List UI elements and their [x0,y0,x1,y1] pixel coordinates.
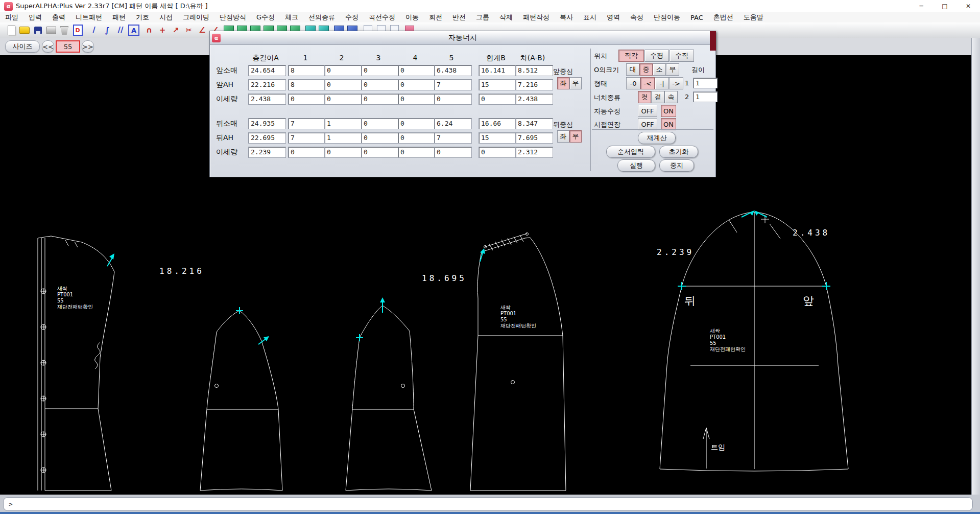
pattern-doc-icon[interactable]: D [71,24,84,36]
menu-pac[interactable]: PAC [685,14,708,21]
menu-curve-edit[interactable]: 곡선수정 [364,13,400,22]
menu-move[interactable]: 이동 [400,13,424,22]
cell-back-sleeve-diff[interactable]: 8.347 [515,118,553,129]
reset-button[interactable]: 초기화 [659,146,698,158]
menu-mirror[interactable]: 반전 [447,13,471,22]
order-input-button[interactable]: 순서입력 [606,146,655,158]
notch-outer-button[interactable]: 겉 [651,91,664,103]
front-center-right-button[interactable]: 우 [569,77,582,89]
cell-back-ah-sum[interactable]: 15 [479,132,516,144]
cell-back-sleeve-1[interactable]: 7 [288,118,326,129]
position-right-angle-button[interactable]: 직각 [618,50,644,62]
stop-button[interactable]: 중지 [659,159,694,172]
menu-dimension-line[interactable]: 촌법선 [708,13,738,22]
close-button[interactable]: ✕ [957,0,980,12]
cell-front-ease-2[interactable]: 0 [324,94,362,105]
cell-back-ease-total[interactable]: 2.239 [248,147,286,158]
dialog-title-bar[interactable]: α 자동너치 [210,31,715,45]
menu-pattern[interactable]: 패턴 [107,13,131,22]
cell-front-sleeve-1[interactable]: 8 [288,65,326,76]
shape-lt-button[interactable]: -< [640,77,655,89]
cell-front-ease-4[interactable]: 0 [398,94,436,105]
cell-back-ah-4[interactable]: 0 [398,132,436,144]
recalculate-button[interactable]: 재계산 [638,132,676,144]
cell-back-ease-5[interactable]: 0 [434,147,472,158]
size-label-button[interactable]: 사이즈 [5,40,40,53]
cell-back-ah-1[interactable]: 7 [288,132,326,144]
cell-front-ah-1[interactable]: 8 [288,79,326,90]
menu-delete[interactable]: 삭제 [494,13,518,22]
menu-edit[interactable]: 수정 [340,13,364,22]
menu-knit-pattern[interactable]: 니트패턴 [70,13,107,22]
menu-copy[interactable]: 복사 [555,13,578,22]
cell-back-ah-5[interactable]: 7 [434,132,472,144]
cell-front-ease-total[interactable]: 2.438 [248,94,286,105]
notch-cut-button[interactable]: 컷 [638,91,651,103]
position-vertical-button[interactable]: 수직 [670,50,694,62]
size-value-field[interactable]: 55 [56,40,80,53]
cell-back-ah-diff[interactable]: 7.695 [515,132,553,144]
cell-front-sleeve-diff[interactable]: 8.512 [515,65,553,76]
maximize-button[interactable]: □ [933,0,957,12]
text-tool-icon[interactable]: A [128,24,140,36]
cell-front-sleeve-2[interactable]: 0 [324,65,362,76]
cell-front-ease-sum[interactable]: 0 [479,94,516,105]
osize-medium-button[interactable]: 중 [639,63,653,76]
osize-none-button[interactable]: 무 [666,63,679,76]
cell-back-sleeve-4[interactable]: 0 [398,118,436,129]
menu-grading[interactable]: 그레이딩 [178,13,214,22]
cell-back-ease-3[interactable]: 0 [361,147,399,158]
new-file-icon[interactable] [5,24,17,36]
cell-back-ah-3[interactable]: 0 [361,132,399,144]
cell-back-sleeve-5[interactable]: 6.24 [434,118,472,129]
menu-file[interactable]: 파일 [0,13,23,22]
size-prev-button[interactable]: << [42,40,54,53]
parallel-tool-icon[interactable]: // [114,24,127,36]
menu-help[interactable]: 도움말 [738,13,769,22]
size-next-button[interactable]: >> [82,40,94,53]
menu-property[interactable]: 속성 [625,13,649,22]
cell-front-ease-1[interactable]: 0 [288,94,326,105]
cell-back-ease-2[interactable]: 0 [324,147,362,158]
run-button[interactable]: 실행 [617,159,655,172]
cell-front-sleeve-sum[interactable]: 16.141 [479,65,516,76]
cell-back-ease-sum[interactable]: 0 [479,147,516,158]
seam-extend-on-button[interactable]: ON [661,118,676,130]
menu-point-move[interactable]: 단점이동 [649,13,685,22]
shape-gt-button[interactable]: -> [669,77,683,89]
cell-front-ah-3[interactable]: 0 [361,79,399,90]
cell-back-sleeve-2[interactable]: 1 [324,118,362,129]
cell-back-sleeve-3[interactable]: 0 [361,118,399,129]
stretch-tool-icon[interactable]: ↗ [170,24,182,36]
cell-back-sleeve-total[interactable]: 24.935 [248,118,286,129]
position-horizontal-button[interactable]: 수평 [644,50,669,62]
back-center-left-button[interactable]: 좌 [557,130,569,143]
menu-input[interactable]: 입력 [23,13,47,22]
menu-check[interactable]: 체크 [280,13,303,22]
arc-tool-icon[interactable]: ∩ [143,24,155,36]
cell-back-sleeve-sum[interactable]: 16.66 [479,118,516,129]
cell-back-ease-1[interactable]: 0 [288,147,326,158]
curve-tool-icon[interactable]: ∫ [101,24,113,36]
digitizer-icon[interactable] [58,24,70,36]
back-center-right-button[interactable]: 우 [569,130,582,143]
notch-inner-button[interactable]: 속 [664,91,678,103]
vertical-scrollbar[interactable] [971,38,980,495]
cell-back-ease-4[interactable]: 0 [398,147,436,158]
menu-pattern-make[interactable]: 패턴작성 [518,13,555,22]
menu-g-edit[interactable]: G수정 [251,13,280,22]
osize-small-button[interactable]: 소 [653,63,666,76]
cell-front-sleeve-total[interactable]: 24.654 [248,65,286,76]
menu-group[interactable]: 그룹 [471,13,494,22]
plotter-icon[interactable] [45,24,57,36]
front-center-left-button[interactable]: 좌 [557,77,569,89]
cell-front-sleeve-5[interactable]: 6.438 [434,65,472,76]
shape-bar-button[interactable]: -| [655,77,669,89]
auto-fix-off-button[interactable]: OFF [638,105,657,117]
shape-0-button[interactable]: -0 [626,77,640,89]
menu-line-type[interactable]: 선의종류 [303,13,340,22]
cell-front-sleeve-4[interactable]: 0 [398,65,436,76]
cell-front-ah-5[interactable]: 7 [434,79,472,90]
command-input[interactable]: > [3,497,973,511]
menu-area[interactable]: 영역 [602,13,625,22]
